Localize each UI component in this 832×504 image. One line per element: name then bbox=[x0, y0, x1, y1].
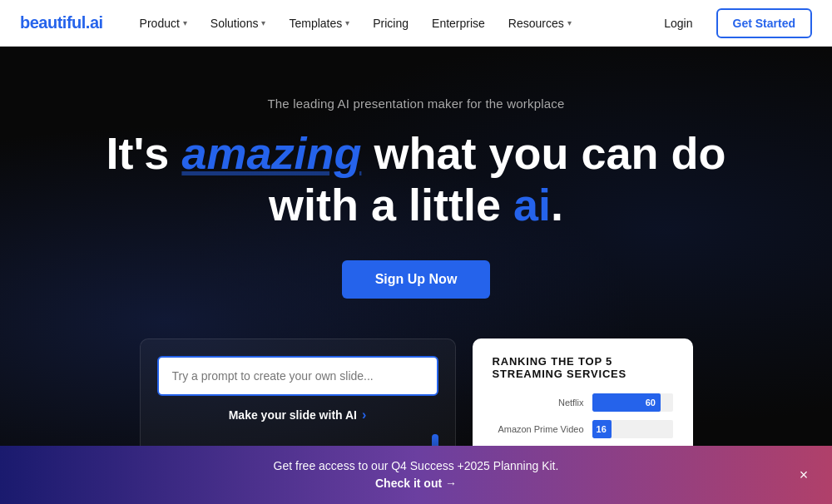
arrow-right-icon: › bbox=[362, 408, 366, 422]
nav-item-solutions[interactable]: Solutions ▾ bbox=[201, 10, 276, 37]
nav-links: Product ▾ Solutions ▾ Templates ▾ Pricin… bbox=[130, 10, 651, 37]
chart-bar-wrap-netflix: 60 bbox=[592, 393, 673, 412]
logo[interactable]: beautiful.ai bbox=[20, 13, 103, 32]
nav-item-pricing[interactable]: Pricing bbox=[363, 10, 418, 37]
get-started-button[interactable]: Get Started bbox=[716, 8, 812, 38]
nav-actions: Login Get Started bbox=[651, 8, 812, 38]
chart-label-amazon: Amazon Prime Video bbox=[493, 424, 584, 434]
nav-label-resources: Resources bbox=[508, 17, 564, 30]
nav-label-product: Product bbox=[140, 17, 180, 30]
chart-bar-amazon: 16 bbox=[592, 420, 612, 438]
hero-title: It's amazing what you can dowith a littl… bbox=[106, 127, 726, 230]
prompt-input[interactable] bbox=[157, 356, 438, 396]
chart-row-netflix: Netflix 60 bbox=[493, 393, 673, 412]
hero-content: The leading AI presentation maker for th… bbox=[106, 47, 726, 502]
banner-close-button[interactable]: × bbox=[792, 463, 815, 487]
banner-main-text: Get free access to our Q4 Success +2025 … bbox=[17, 457, 815, 475]
nav-item-product[interactable]: Product ▾ bbox=[130, 10, 197, 37]
chevron-down-icon: ▾ bbox=[345, 18, 349, 27]
nav-label-enterprise: Enterprise bbox=[432, 17, 485, 30]
chart-bar-wrap-amazon: 16 bbox=[592, 420, 673, 438]
promo-banner: Get free access to our Q4 Success +2025 … bbox=[0, 446, 832, 504]
logo-text: beautiful bbox=[20, 13, 86, 32]
chevron-down-icon: ▾ bbox=[567, 18, 572, 27]
chart-bar-netflix: 60 bbox=[592, 393, 661, 412]
navbar: beautiful.ai Product ▾ Solutions ▾ Templ… bbox=[0, 0, 832, 47]
chevron-down-icon: ▾ bbox=[261, 18, 265, 27]
nav-item-templates[interactable]: Templates ▾ bbox=[279, 10, 359, 37]
make-slide-label: Make your slide with AI bbox=[229, 408, 357, 422]
chart-value-netflix: 60 bbox=[646, 398, 656, 408]
title-prefix: It's bbox=[106, 128, 170, 178]
title-ai: ai bbox=[513, 180, 551, 230]
nav-item-resources[interactable]: Resources ▾ bbox=[498, 10, 582, 37]
chart-value-amazon: 16 bbox=[597, 424, 607, 434]
make-slide-button[interactable]: Make your slide with AI › bbox=[157, 408, 438, 422]
hero-section: The leading AI presentation maker for th… bbox=[0, 47, 832, 504]
title-period: . bbox=[551, 180, 563, 230]
banner-link[interactable]: Check it out → bbox=[17, 475, 815, 492]
nav-item-enterprise[interactable]: Enterprise bbox=[422, 10, 495, 37]
logo-dot: .ai bbox=[86, 13, 103, 32]
signup-button[interactable]: Sign Up Now bbox=[342, 260, 491, 299]
nav-label-templates: Templates bbox=[289, 17, 342, 30]
nav-label-solutions: Solutions bbox=[210, 17, 259, 30]
chart-label-netflix: Netflix bbox=[493, 398, 584, 408]
hero-subtitle: The leading AI presentation maker for th… bbox=[267, 96, 564, 111]
login-button[interactable]: Login bbox=[651, 10, 706, 37]
nav-label-pricing: Pricing bbox=[373, 17, 409, 30]
chart-row-amazon: Amazon Prime Video 16 bbox=[493, 420, 673, 438]
title-highlight: amazing bbox=[181, 128, 361, 178]
chart-title: RANKING THE TOP 5 STREAMING SERVICES bbox=[493, 355, 673, 380]
banner-text: Get free access to our Q4 Success +2025 … bbox=[17, 457, 815, 492]
chevron-down-icon: ▾ bbox=[183, 18, 187, 27]
